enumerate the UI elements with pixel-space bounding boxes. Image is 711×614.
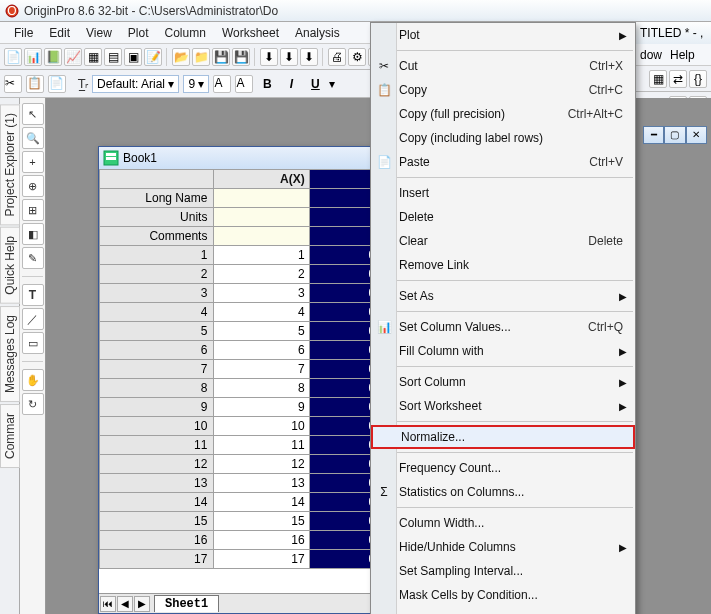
tool-screen-reader[interactable]: ⊕: [22, 175, 44, 197]
row-header[interactable]: 11: [100, 436, 214, 455]
maximize-button[interactable]: ▢: [664, 126, 685, 144]
cell-a[interactable]: 7: [214, 360, 309, 379]
ctx-normalize[interactable]: Normalize...: [371, 425, 635, 449]
close-button[interactable]: ✕: [686, 126, 707, 144]
tb-import-wizard[interactable]: ⬇: [260, 48, 278, 66]
tab-command[interactable]: Commar: [0, 404, 20, 468]
tb-paste[interactable]: 📄: [48, 75, 66, 93]
sheet-tab[interactable]: Sheet1: [154, 595, 219, 612]
tb-open-template[interactable]: 📁: [192, 48, 210, 66]
ctx-cut[interactable]: ✂CutCtrl+X: [371, 54, 635, 78]
tb-code[interactable]: {}: [689, 70, 707, 88]
cell-a[interactable]: 5: [214, 322, 309, 341]
ctx-paste[interactable]: 📄PasteCtrl+V: [371, 150, 635, 174]
tb-print[interactable]: 🖨: [328, 48, 346, 66]
tb-new-graph[interactable]: 📈: [64, 48, 82, 66]
cell-a[interactable]: 13: [214, 474, 309, 493]
row-header[interactable]: 9: [100, 398, 214, 417]
tb-import-multi[interactable]: ⬇: [300, 48, 318, 66]
row-header[interactable]: 14: [100, 493, 214, 512]
row-header[interactable]: 6: [100, 341, 214, 360]
sheet-nav-prev[interactable]: ◀: [117, 596, 133, 612]
tb-batch[interactable]: ⚙: [348, 48, 366, 66]
menu-file[interactable]: File: [6, 24, 41, 42]
cell-a[interactable]: 6: [214, 341, 309, 360]
ctx-delete[interactable]: Delete: [371, 205, 635, 229]
tool-draw[interactable]: ✎: [22, 247, 44, 269]
tb-new-excel[interactable]: 📗: [44, 48, 62, 66]
tb-save[interactable]: 💾: [212, 48, 230, 66]
row-header[interactable]: 2: [100, 265, 214, 284]
ctx-move-columns[interactable]: Move Columns▶: [371, 607, 635, 614]
tool-mask[interactable]: ◧: [22, 223, 44, 245]
ctx-sort-column[interactable]: Sort Column▶: [371, 370, 635, 394]
menu-help[interactable]: Help: [670, 48, 695, 62]
menu-window[interactable]: dow: [640, 48, 662, 62]
ctx-insert[interactable]: Insert: [371, 181, 635, 205]
cell-a[interactable]: 10: [214, 417, 309, 436]
menu-plot[interactable]: Plot: [120, 24, 157, 42]
ctx-statistics[interactable]: ΣStatistics on Columns...: [371, 480, 635, 504]
ctx-mask-cells[interactable]: Mask Cells by Condition...: [371, 583, 635, 607]
tool-reader[interactable]: +: [22, 151, 44, 173]
row-header[interactable]: 15: [100, 512, 214, 531]
ctx-sampling-interval[interactable]: Set Sampling Interval...: [371, 559, 635, 583]
menu-worksheet[interactable]: Worksheet: [214, 24, 287, 42]
tb-open[interactable]: 📂: [172, 48, 190, 66]
tool-pan[interactable]: ✋: [22, 369, 44, 391]
row-header[interactable]: 7: [100, 360, 214, 379]
menu-edit[interactable]: Edit: [41, 24, 78, 42]
cell-a[interactable]: 16: [214, 531, 309, 550]
tab-quick-help[interactable]: Quick Help: [0, 227, 20, 304]
row-header[interactable]: 10: [100, 417, 214, 436]
tb-new-project[interactable]: 📄: [4, 48, 22, 66]
italic-button[interactable]: I: [281, 77, 301, 91]
menu-view[interactable]: View: [78, 24, 120, 42]
tool-pointer[interactable]: ↖: [22, 103, 44, 125]
tool-rect[interactable]: ▭: [22, 332, 44, 354]
ctx-fill-column[interactable]: Fill Column with▶: [371, 339, 635, 363]
cell-a[interactable]: 17: [214, 550, 309, 569]
row-units[interactable]: Units: [100, 208, 214, 227]
cell-a[interactable]: 14: [214, 493, 309, 512]
ctx-copy-label[interactable]: Copy (including label rows): [371, 126, 635, 150]
cell-a[interactable]: 9: [214, 398, 309, 417]
tool-text[interactable]: T: [22, 284, 44, 306]
ctx-remove-link[interactable]: Remove Link: [371, 253, 635, 277]
tool-zoom-in[interactable]: 🔍: [22, 127, 44, 149]
tb-new-matrix[interactable]: ▦: [84, 48, 102, 66]
ctx-copy-full[interactable]: Copy (full precision)Ctrl+Alt+C: [371, 102, 635, 126]
sheet-nav-next[interactable]: ▶: [134, 596, 150, 612]
corner-cell[interactable]: [100, 170, 214, 189]
tb-cut[interactable]: ✂: [4, 75, 22, 93]
underline-button[interactable]: U: [305, 77, 325, 91]
cell-a[interactable]: 4: [214, 303, 309, 322]
tab-messages-log[interactable]: Messages Log: [0, 306, 20, 402]
cell-a[interactable]: 3: [214, 284, 309, 303]
tb-import-single[interactable]: ⬇: [280, 48, 298, 66]
more-dropdown[interactable]: ▾: [329, 77, 335, 91]
row-header[interactable]: 5: [100, 322, 214, 341]
row-header[interactable]: 8: [100, 379, 214, 398]
cell-a[interactable]: 2: [214, 265, 309, 284]
tb-copy[interactable]: 📋: [26, 75, 44, 93]
ctx-plot[interactable]: Plot▶: [371, 23, 635, 47]
ctx-column-width[interactable]: Column Width...: [371, 511, 635, 535]
cell-a[interactable]: 1: [214, 246, 309, 265]
row-header[interactable]: 4: [100, 303, 214, 322]
menu-column[interactable]: Column: [157, 24, 214, 42]
font-family-select[interactable]: Default: Arial ▾: [92, 75, 179, 93]
row-long-name[interactable]: Long Name: [100, 189, 214, 208]
ctx-frequency-count[interactable]: Frequency Count...: [371, 456, 635, 480]
font-decrease[interactable]: A: [235, 75, 253, 93]
ctx-sort-worksheet[interactable]: Sort Worksheet▶: [371, 394, 635, 418]
row-header[interactable]: 13: [100, 474, 214, 493]
font-size-select[interactable]: 9 ▾: [183, 75, 209, 93]
menu-analysis[interactable]: Analysis: [287, 24, 348, 42]
ctx-set-as[interactable]: Set As▶: [371, 284, 635, 308]
tb-new-2d[interactable]: ▤: [104, 48, 122, 66]
ctx-hide-unhide[interactable]: Hide/Unhide Columns▶: [371, 535, 635, 559]
tool-data-selector[interactable]: ⊞: [22, 199, 44, 221]
tb-org[interactable]: ⇄: [669, 70, 687, 88]
tab-project-explorer[interactable]: Project Explorer (1): [0, 104, 20, 225]
